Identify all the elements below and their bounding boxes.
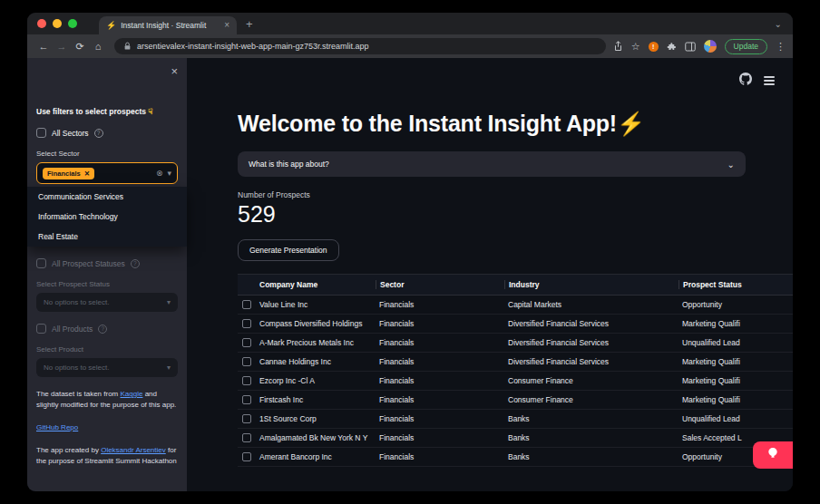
dropdown-option[interactable]: Information Technology — [27, 207, 187, 227]
row-checkbox[interactable] — [238, 433, 256, 442]
checkbox-icon — [242, 414, 251, 423]
table-cell: Opportunity — [678, 300, 793, 309]
zoom-window-button[interactable] — [68, 19, 77, 28]
balloon-icon — [766, 446, 780, 464]
table-cell: Amalgamated Bk New York N Y — [256, 433, 376, 442]
table-cell: Diversified Financial Services — [504, 357, 678, 366]
row-checkbox[interactable] — [238, 357, 256, 366]
sector-tag-label: Financials — [47, 170, 81, 178]
browser-tab[interactable]: ⚡ Instant Insight · Streamlit × — [99, 16, 237, 34]
github-repo-link[interactable]: GitHub Repo — [36, 423, 78, 431]
expander-label: What is this app about? — [249, 160, 727, 169]
status-select[interactable]: No options to select. ▾ — [36, 293, 178, 312]
table-cell: Consumer Finance — [504, 376, 678, 385]
checkbox-icon — [242, 452, 251, 461]
browser-toolbar: ← → ⟳ ⌂ arsentievalex-instant-insight-we… — [27, 34, 793, 58]
table-cell: Firstcash Inc — [256, 395, 376, 404]
reload-button[interactable]: ⟳ — [71, 41, 89, 53]
column-header[interactable]: Sector — [376, 280, 504, 289]
row-checkbox[interactable] — [238, 395, 256, 404]
table-cell: Financials — [376, 376, 504, 385]
app-header-actions — [739, 73, 775, 89]
checkbox-icon[interactable] — [36, 258, 46, 268]
extensions-icon[interactable] — [667, 42, 677, 52]
table-cell: Marketing Qualifi — [678, 376, 793, 385]
all-products-label: All Products — [52, 325, 93, 334]
tab-favicon-lightning-icon: ⚡ — [106, 22, 116, 30]
table-cell: Banks — [504, 452, 678, 461]
tab-close-icon[interactable]: × — [224, 21, 229, 30]
about-expander[interactable]: What is this app about? ⌄ — [238, 151, 746, 177]
sidebar-close-button[interactable]: × — [171, 64, 178, 78]
profile-avatar[interactable] — [704, 40, 717, 53]
streamlit-manage-app-badge[interactable] — [753, 441, 793, 469]
all-products-checkbox[interactable]: All Products ? — [36, 324, 178, 334]
dataset-note: The dataset is taken from Kaggle and sli… — [36, 389, 178, 411]
row-checkbox[interactable] — [238, 338, 256, 347]
metric-label: Number of Prospects — [238, 190, 793, 199]
table-cell: Unqualified Lead — [678, 338, 793, 347]
sector-dropdown-menu: Communication ServicesInformation Techno… — [27, 187, 187, 247]
select-product-label: Select Product — [36, 345, 178, 354]
table-cell: Cannae Holdings Inc — [256, 357, 376, 366]
help-icon[interactable]: ? — [94, 129, 103, 138]
checkbox-icon — [242, 300, 251, 309]
back-button[interactable]: ← — [34, 41, 53, 52]
generate-presentation-button[interactable]: Generate Presentation — [238, 239, 339, 261]
row-checkbox[interactable] — [238, 414, 256, 423]
row-checkbox[interactable] — [238, 300, 256, 309]
app-menu-icon[interactable] — [764, 76, 775, 85]
table-row: Ezcorp Inc -Cl AFinancialsConsumer Finan… — [238, 372, 793, 391]
help-icon[interactable]: ? — [98, 325, 107, 334]
home-button[interactable]: ⌂ — [89, 41, 107, 52]
column-header[interactable]: Company Name — [256, 280, 376, 289]
column-header[interactable]: Industry — [504, 280, 678, 289]
tag-remove-icon[interactable]: ✕ — [84, 170, 90, 178]
dropdown-option[interactable]: Real Estate — [27, 227, 187, 247]
table-cell: Financials — [376, 433, 504, 442]
row-checkbox[interactable] — [238, 376, 256, 385]
column-header[interactable]: Prospect Status — [678, 280, 793, 289]
table-row: 1St Source CorpFinancialsBanksUnqualifie… — [238, 410, 793, 429]
table-cell: Marketing Qualifi — [678, 319, 793, 328]
alert-badge-icon[interactable]: ! — [649, 42, 659, 52]
help-icon[interactable]: ? — [131, 259, 140, 268]
minimize-window-button[interactable] — [53, 19, 62, 28]
checkbox-icon — [242, 319, 251, 328]
dropdown-caret-icon[interactable]: ▾ — [167, 169, 171, 178]
kaggle-link[interactable]: Kaggle — [121, 390, 143, 398]
checkbox-icon — [242, 338, 251, 347]
author-link[interactable]: Oleksandr Arsentiev — [101, 446, 166, 454]
tab-strip: ⚡ Instant Insight · Streamlit × + ⌄ — [27, 13, 793, 34]
product-select[interactable]: No options to select. ▾ — [36, 358, 178, 377]
checkbox-icon — [242, 357, 251, 366]
bookmark-star-icon[interactable]: ☆ — [631, 42, 640, 52]
forward-button[interactable]: → — [53, 41, 71, 52]
main-content: Welcome to the Instant Insight App!⚡ Wha… — [187, 58, 793, 491]
tab-search-chevron-icon[interactable]: ⌄ — [775, 19, 793, 29]
row-checkbox[interactable] — [238, 452, 256, 461]
github-icon[interactable] — [739, 73, 752, 89]
checkbox-icon[interactable] — [36, 128, 46, 138]
all-statuses-checkbox[interactable]: All Prospect Statuses ? — [36, 258, 178, 268]
sector-tag[interactable]: Financials ✕ — [43, 168, 94, 179]
share-icon[interactable] — [613, 41, 623, 52]
table-cell: Compass Diversified Holdings — [256, 319, 376, 328]
github-repo-link-row: GitHub Repo — [36, 422, 178, 433]
table-cell: Banks — [504, 414, 678, 423]
table-header: Company Name Sector Industry Prospect St… — [238, 274, 793, 296]
sector-multiselect[interactable]: Financials ✕ ⊗ ▾ — [36, 162, 178, 184]
dropdown-option[interactable]: Communication Services — [27, 187, 187, 207]
lightning-icon: ⚡ — [617, 111, 645, 136]
checkbox-icon[interactable] — [36, 324, 46, 334]
checkbox-icon — [242, 395, 251, 404]
close-window-button[interactable] — [37, 19, 46, 28]
all-sectors-checkbox[interactable]: All Sectors ? — [36, 128, 178, 138]
row-checkbox[interactable] — [238, 319, 256, 328]
browser-menu-icon[interactable]: ⋮ — [776, 42, 786, 52]
side-panel-icon[interactable] — [685, 42, 696, 52]
address-bar[interactable]: arsentievalex-instant-insight-web-app-ma… — [114, 38, 606, 54]
new-tab-button[interactable]: + — [246, 18, 253, 30]
update-button[interactable]: Update — [725, 39, 767, 54]
clear-all-icon[interactable]: ⊗ — [156, 169, 163, 178]
